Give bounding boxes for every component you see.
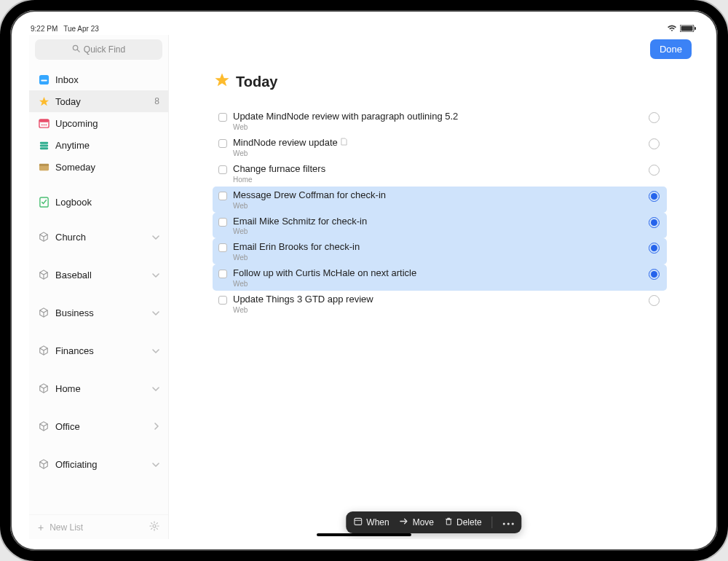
task-title: Change furnace filters — [233, 163, 643, 176]
task-body: Change furnace filtersHome — [233, 163, 643, 184]
selection-radio[interactable] — [649, 217, 660, 228]
sidebar-area-church[interactable]: Church — [29, 226, 168, 248]
sidebar-area-office[interactable]: Office — [29, 415, 168, 437]
plus-icon[interactable]: + — [38, 522, 44, 533]
task-checkbox[interactable] — [218, 192, 227, 200]
sidebar-item-label: Someday — [55, 162, 159, 173]
status-date: Tue Apr 23 — [63, 25, 99, 33]
chevron-down-icon[interactable] — [152, 232, 159, 243]
task-project: Web — [233, 149, 643, 157]
task-row[interactable]: Update Things 3 GTD app reviewWeb — [213, 291, 667, 317]
move-button[interactable]: Move — [400, 517, 434, 528]
chevron-down-icon[interactable] — [152, 307, 159, 318]
sidebar-item-inbox[interactable]: Inbox — [29, 68, 168, 90]
sidebar-item-someday[interactable]: Someday — [29, 156, 168, 178]
svg-point-9 — [41, 124, 42, 125]
task-checkbox[interactable] — [218, 218, 227, 227]
selection-radio[interactable] — [649, 112, 660, 123]
chevron-right-icon[interactable] — [154, 421, 159, 432]
device-frame: 9:22 PM Tue Apr 23 Quick Find — [0, 0, 728, 561]
task-checkbox[interactable] — [218, 113, 227, 122]
home-indicator[interactable] — [317, 533, 411, 536]
calendar-icon — [353, 517, 363, 528]
sidebar-area-officiating[interactable]: Officiating — [29, 453, 168, 475]
task-title: Update Things 3 GTD app review — [233, 294, 643, 306]
more-button[interactable] — [503, 517, 515, 527]
task-checkbox[interactable] — [218, 270, 227, 278]
logbook-icon — [38, 196, 50, 208]
task-checkbox[interactable] — [218, 243, 227, 252]
task-row[interactable]: Change furnace filtersHome — [213, 160, 667, 187]
svg-point-34 — [507, 522, 510, 525]
svg-rect-12 — [39, 141, 47, 144]
svg-rect-16 — [39, 163, 48, 165]
sidebar-item-label: Logbook — [55, 197, 159, 208]
new-list-label[interactable]: New List — [50, 522, 83, 533]
sidebar-item-today[interactable]: Today 8 — [29, 90, 168, 112]
delete-button[interactable]: Delete — [444, 517, 482, 528]
sidebar-area-business[interactable]: Business — [29, 302, 168, 323]
sidebar-item-upcoming[interactable]: Upcoming — [29, 112, 168, 134]
task-title: Follow up with Curtis McHale on next art… — [233, 267, 643, 280]
calendar-icon — [38, 117, 50, 129]
svg-rect-14 — [39, 147, 47, 149]
status-bar: 9:22 PM Tue Apr 23 — [29, 22, 699, 35]
cube-icon — [38, 345, 50, 356]
chevron-down-icon[interactable] — [152, 383, 159, 394]
task-row[interactable]: MindNode review updateWeb — [213, 134, 667, 160]
task-row[interactable]: Email Erin Brooks for check-inWeb — [213, 238, 667, 264]
cube-icon — [38, 231, 50, 243]
stack-icon — [38, 139, 50, 151]
chevron-down-icon[interactable] — [152, 345, 159, 356]
task-row[interactable]: Email Mike Schmitz for check-inWeb — [213, 213, 667, 239]
task-project: Web — [233, 123, 643, 131]
task-row[interactable]: Follow up with Curtis McHale on next art… — [213, 264, 667, 291]
gear-icon[interactable] — [149, 521, 159, 533]
task-row[interactable]: Message Drew Coffman for check-inWeb — [213, 187, 667, 213]
svg-rect-30 — [446, 519, 451, 525]
quick-find[interactable]: Quick Find — [35, 39, 162, 60]
done-button[interactable]: Done — [650, 39, 692, 59]
svg-rect-27 — [355, 518, 362, 525]
chevron-down-icon[interactable] — [152, 459, 159, 470]
sidebar-badge: 8 — [154, 96, 159, 106]
svg-point-33 — [503, 522, 505, 525]
selection-radio[interactable] — [649, 295, 660, 306]
main: Done Today Update MindNode review with p… — [169, 35, 699, 539]
sidebar-item-anytime[interactable]: Anytime — [29, 134, 168, 156]
cube-icon — [38, 420, 50, 432]
when-button[interactable]: When — [353, 517, 389, 528]
cube-icon — [38, 269, 50, 280]
star-icon — [214, 72, 230, 92]
task-project: Web — [233, 227, 643, 235]
sidebar-area-baseball[interactable]: Baseball — [29, 264, 168, 286]
screen: 9:22 PM Tue Apr 23 Quick Find — [29, 22, 699, 539]
selection-radio[interactable] — [649, 165, 660, 176]
svg-point-11 — [45, 124, 47, 125]
sidebar-area-label: Baseball — [55, 270, 146, 280]
task-project: Web — [233, 306, 643, 314]
sidebar-item-label: Today — [55, 96, 149, 107]
task-checkbox[interactable] — [218, 165, 227, 174]
selection-radio[interactable] — [649, 191, 660, 202]
task-project: Web — [233, 254, 643, 262]
svg-point-35 — [512, 522, 514, 525]
task-body: Email Erin Brooks for check-inWeb — [233, 241, 643, 262]
chevron-down-icon[interactable] — [152, 270, 159, 280]
action-bar: When Move Delete — [346, 511, 521, 533]
task-title: Email Mike Schmitz for check-in — [233, 216, 643, 228]
task-checkbox[interactable] — [218, 139, 227, 148]
task-project: Web — [233, 202, 643, 210]
sidebar-area-label: Business — [55, 307, 146, 318]
sidebar-item-logbook[interactable]: Logbook — [29, 191, 168, 213]
archive-icon — [38, 161, 50, 173]
sidebar-area-home[interactable]: Home — [29, 377, 168, 399]
selection-radio[interactable] — [649, 243, 660, 254]
task-checkbox[interactable] — [218, 296, 227, 305]
task-title: Email Erin Brooks for check-in — [233, 241, 643, 254]
selection-radio[interactable] — [649, 138, 660, 149]
task-row[interactable]: Update MindNode review with paragraph ou… — [213, 108, 667, 134]
delete-label: Delete — [456, 517, 482, 527]
selection-radio[interactable] — [649, 269, 660, 280]
sidebar-area-finances[interactable]: Finances — [29, 340, 168, 361]
